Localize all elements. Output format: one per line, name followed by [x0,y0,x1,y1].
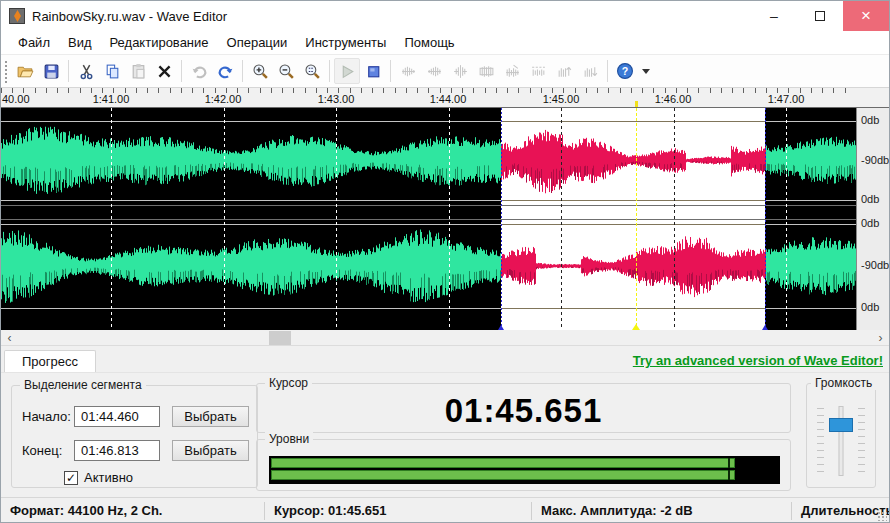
horizontal-scrollbar[interactable]: ‹ › [1,330,889,346]
amplify-button[interactable] [473,58,499,84]
toolbar-separator [242,60,243,82]
scroll-left-arrow[interactable]: ‹ [1,330,18,346]
undo-button[interactable] [186,58,212,84]
volume-group-title: Громкость [811,376,876,390]
zoom-selection-button[interactable] [299,58,325,84]
toolbar: ? [1,55,889,88]
scrollbar-thumb[interactable] [269,331,291,345]
copy-icon [104,63,121,80]
db-scale-label: 0db [861,193,879,205]
control-panel: Выделение сегмента Начало: Выбрать Конец… [1,372,889,497]
db-scale-column: 0db-90db0db0db-90db0db [856,108,889,330]
toolbar-grip [4,59,9,83]
amplify-wave-icon [478,63,495,80]
cursor-time-display: 01:45.651 [257,392,790,430]
pitch-down-wave-icon [582,63,599,80]
scroll-right-arrow[interactable]: › [872,330,889,346]
segment-end-select-button[interactable]: Выбрать [172,440,249,461]
timeline-label: 1:42.00 [205,93,242,105]
delete-button[interactable] [151,58,177,84]
timeline-label: 1:44.00 [430,93,467,105]
segment-end-input[interactable] [74,440,160,461]
stop-button[interactable] [360,58,386,84]
minimize-button[interactable]: – [751,1,797,31]
cursor-group-title: Курсор [265,376,312,390]
waveform-area: 0db-90db0db0db-90db0db [1,108,889,330]
redo-icon [217,63,234,80]
wave-editor-window: RainbowSky.ru.wav - Wave Editor – × Файл… [0,0,890,523]
timeline-label: 1:41.00 [93,93,130,105]
db-scale-label: 0db [861,301,879,313]
cut-button[interactable] [73,58,99,84]
timeline-label: 40.00 [2,93,30,105]
play-button[interactable] [334,58,360,84]
waveform-canvas[interactable] [1,108,856,330]
db-scale-label: -90db [861,259,889,271]
segment-start-select-button[interactable]: Выбрать [172,406,249,427]
maximize-button[interactable] [797,1,843,31]
menu-file[interactable]: Файл [9,32,59,53]
stop-icon [365,63,382,80]
active-checkbox[interactable]: ✓ [64,471,78,485]
cut-scissors-icon [78,63,95,80]
menu-view[interactable]: Вид [59,32,101,53]
levels-group-title: Уровни [265,432,313,446]
menu-bar: Файл Вид Редактирование Операции Инструм… [1,31,889,55]
normalize-button[interactable] [525,58,551,84]
fade-in-button[interactable] [395,58,421,84]
timeline-label: 1:43.00 [318,93,355,105]
volume-ticks-right [858,408,865,474]
volume-slider-track[interactable] [839,406,844,476]
undo-icon [191,63,208,80]
help-button[interactable]: ? [612,58,638,84]
copy-button[interactable] [99,58,125,84]
close-button[interactable]: × [843,1,889,31]
toolbar-overflow-caret-icon[interactable] [642,69,650,74]
tab-progress[interactable]: Прогресс [4,350,96,372]
status-format: Формат: 44100 Hz, 2 Ch. [1,503,264,518]
menu-tools[interactable]: Инструменты [296,32,395,53]
upgrade-link[interactable]: Try an advanced version of Wave Editor! [633,353,889,368]
title-bar: RainbowSky.ru.wav - Wave Editor – × [1,1,889,31]
open-button[interactable] [12,58,38,84]
maximize-icon [815,11,825,21]
resize-grip[interactable] [877,511,887,521]
menu-edit[interactable]: Редактирование [101,32,218,53]
menu-operations[interactable]: Операции [218,32,297,53]
volume-ticks-left [817,408,824,474]
toolbar-separator [607,60,608,82]
cursor-group: Курсор 01:45.651 [256,383,791,433]
volume-slider-thumb[interactable] [829,418,853,432]
status-cursor: Курсор: 01:45.651 [265,503,531,518]
volume-group: Громкость [806,383,876,488]
fade-out-button[interactable] [421,58,447,84]
pitch-up-button[interactable] [551,58,577,84]
play-icon [339,63,356,80]
timeline-label: 1:46.00 [655,93,692,105]
save-button[interactable] [38,58,64,84]
level-meter-left-channel [271,458,778,468]
channel-split-button[interactable] [447,58,473,84]
menu-help[interactable]: Помощь [395,32,463,53]
db-scale-label: 0db [861,217,879,229]
timeline-ruler[interactable]: 40.001:41.001:42.001:43.001:44.001:45.00… [1,88,889,108]
status-duration: Длительность: 0:03:15.880 [792,503,889,518]
redo-button[interactable] [212,58,238,84]
zoom-selection-icon [304,63,321,80]
timeline-cursor-marker [635,101,638,107]
mix-button[interactable] [499,58,525,84]
window-title: RainbowSky.ru.wav - Wave Editor [32,9,227,24]
zoom-out-button[interactable] [273,58,299,84]
mix-wave-icon [504,63,521,80]
tab-strip: Прогресс Try an advanced version of Wave… [1,346,889,372]
fade-out-wave-icon [426,63,443,80]
status-bar: Формат: 44100 Hz, 2 Ch. Курсор: 01:45.65… [1,497,889,523]
channel-split-icon [452,63,469,80]
toolbar-separator [68,60,69,82]
pitch-down-button[interactable] [577,58,603,84]
paste-button[interactable] [125,58,151,84]
segment-start-input[interactable] [74,406,160,427]
level-meter [269,456,780,484]
zoom-in-button[interactable] [247,58,273,84]
active-checkbox-label: Активно [84,470,133,485]
